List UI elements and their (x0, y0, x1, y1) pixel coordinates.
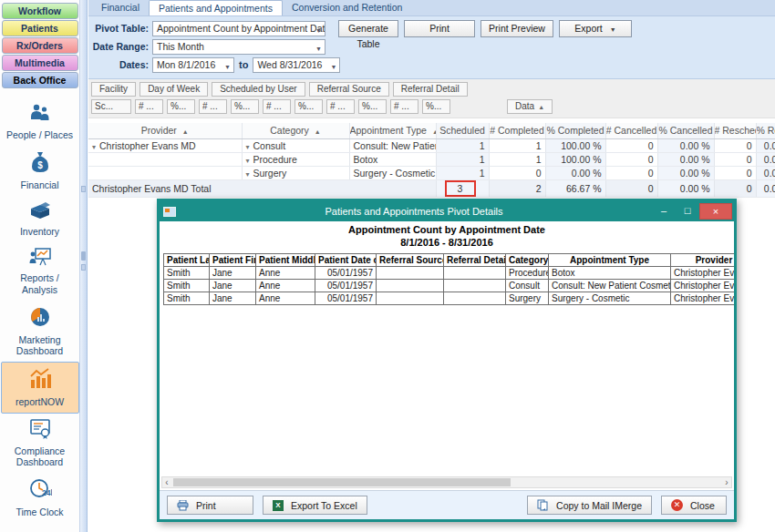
table-row[interactable]: ▾Surgery Surgery - Cosmetic 1 0 0.00 % 0… (88, 166, 775, 179)
sidebar-item-rx-orders[interactable]: Rx/Orders (2, 37, 78, 54)
sidebar-item-financial[interactable]: $ Financial (1, 146, 79, 196)
field-chip[interactable]: %... (231, 99, 259, 114)
pivot-table-select[interactable]: Appointment Count by Appointment Date ▼ (152, 21, 326, 36)
field-chip[interactable]: %... (294, 99, 323, 114)
field-chip[interactable]: Sc... (91, 99, 131, 114)
value-cell: 0.00 % (657, 166, 714, 179)
column-header-appointment-type[interactable]: Appointment Type▲ (349, 123, 436, 138)
sidebar-item-label: reportNOW (16, 396, 64, 407)
table-row[interactable]: Smith Jane Anne 05/01/1957 Surgery Surge… (164, 292, 735, 305)
filter-chip-day-of-week[interactable]: Day of Week (140, 82, 208, 97)
sidebar-item-back-office[interactable]: Back Office (2, 72, 78, 88)
sidebar-item-marketing-dashboard[interactable]: Marketing Dashboard (1, 301, 79, 362)
tab-financial[interactable]: Financial (92, 0, 149, 15)
cell: Smith (164, 292, 210, 305)
collapse-icon[interactable]: ▾ (246, 170, 250, 179)
tab-conversion-and-retention[interactable]: Conversion and Retention (283, 0, 411, 15)
column-header-provider[interactable]: Provider▲ (88, 123, 242, 138)
date-from-value: Mon 8/1/2016 (157, 59, 215, 70)
scrollbar-thumb[interactable] (81, 251, 86, 261)
column-header-num-completed[interactable]: # Completed (489, 123, 545, 138)
value-cell: 0 (605, 152, 657, 166)
column-header-pct-resched[interactable]: % Resched (756, 123, 775, 138)
value-cell: 0.00 % (657, 138, 714, 152)
sidebar-item-multimedia[interactable]: Multimedia (2, 55, 78, 71)
field-chip[interactable]: # ... (135, 99, 163, 114)
dialog-titlebar[interactable]: Patients and Appointments Pivot Details … (160, 201, 734, 221)
export-to-excel-button[interactable]: X Export To Excel (263, 496, 367, 515)
filter-chip-referral-source[interactable]: Referral Source (309, 82, 389, 97)
scroll-right-icon[interactable]: › (722, 477, 731, 487)
close-window-button[interactable]: × (699, 203, 732, 220)
generate-table-button[interactable]: Generate Table (338, 20, 398, 37)
print-button[interactable]: Print (167, 496, 253, 515)
field-chip[interactable]: %... (422, 99, 450, 114)
field-chip[interactable]: # ... (263, 99, 291, 114)
horizontal-scrollbar[interactable]: ‹ › (161, 476, 732, 488)
print-button-label: Print (196, 500, 216, 511)
print-button[interactable]: Print (404, 20, 475, 37)
field-chip[interactable]: # ... (390, 99, 418, 114)
sidebar-item-workflow[interactable]: Workflow (2, 3, 78, 19)
close-button[interactable]: ✕ Close (661, 496, 727, 515)
pivot-field-panel: Facility Day of Week Scheduled by User R… (88, 79, 775, 118)
field-chip[interactable]: # ... (199, 99, 227, 114)
table-row[interactable]: Smith Jane Anne 05/01/1957 Procedure Bot… (164, 267, 735, 280)
table-row[interactable]: Smith Jane Anne 05/01/1957 Consult Consu… (164, 280, 735, 292)
column-header-num-cancelled[interactable]: # Cancelled (605, 123, 657, 138)
date-range-select[interactable]: This Month ▼ (152, 39, 326, 55)
collapse-icon[interactable]: ▾ (92, 143, 96, 151)
column-header-num-resched[interactable]: # Resched (714, 123, 756, 138)
sidebar-scrollbar[interactable] (80, 0, 88, 532)
field-chip[interactable]: # ... (326, 99, 355, 114)
collapse-icon[interactable]: ▾ (246, 143, 250, 151)
value-cell: 0.00 % (756, 138, 775, 152)
chevron-down-icon: ▼ (315, 42, 322, 55)
filter-chip-referral-detail[interactable]: Referral Detail (393, 82, 468, 97)
table-row[interactable]: ▾Christopher Evans MD ▾Consult Consult: … (88, 138, 775, 152)
column-header-pct-completed[interactable]: % Completed (545, 123, 605, 138)
export-button[interactable]: Export▼ (559, 20, 632, 37)
scroll-up-button[interactable] (81, 186, 86, 192)
sidebar-item-compliance-dashboard[interactable]: Compliance Dashboard (1, 414, 79, 473)
copy-to-mail-imerge-button[interactable]: Copy to Mail IMerge (527, 496, 652, 515)
chevron-down-icon: ▼ (315, 24, 322, 36)
filter-chip-scheduled-by-user[interactable]: Scheduled by User (212, 82, 305, 97)
sidebar-item-inventory[interactable]: Inventory (1, 196, 79, 242)
value-cell: 0 (605, 138, 657, 152)
sidebar-item-reports-analysis[interactable]: Reports / Analysis (1, 242, 79, 300)
app-window: Workflow Patients Rx/Orders Multimedia B… (0, 0, 775, 532)
column-header-category[interactable]: Category▲ (242, 123, 349, 138)
sidebar-item-reportnow[interactable]: reportNOW (1, 362, 79, 414)
detail-table: Patient Last Name Patient First Name Pat… (163, 253, 734, 306)
column-header-pct-cancelled[interactable]: % Cancelled (657, 123, 714, 138)
filter-chip-facility[interactable]: Facility (91, 82, 136, 97)
field-chip[interactable]: %... (167, 99, 195, 114)
sidebar-item-people-places[interactable]: People / Places (1, 99, 79, 146)
scroll-down-button[interactable] (81, 264, 86, 271)
table-row[interactable]: ▾Procedure Botox 1 1 100.00 % 0 0.00 % 0… (88, 152, 775, 166)
total-row[interactable]: Christopher Evans MD Total 3 2 66.67 % 0… (88, 179, 775, 197)
print-preview-button[interactable]: Print Preview (480, 20, 553, 37)
scrollbar-thumb[interactable] (173, 478, 511, 486)
sidebar-item-time-clock[interactable]: 24h Time Clock (1, 473, 79, 523)
collapse-icon[interactable]: ▾ (246, 157, 250, 165)
value-cell: 0.00 % (657, 152, 714, 166)
value-cell: 0.00 % (657, 179, 714, 197)
sort-ascending-icon: ▲ (315, 128, 321, 135)
scroll-left-icon[interactable]: ‹ (162, 477, 171, 487)
people-icon (28, 104, 52, 126)
column-header-scheduled[interactable]: Scheduled (436, 123, 489, 138)
date-to-select[interactable]: Wed 8/31/2016 ▼ (253, 57, 340, 73)
field-chip[interactable]: %... (358, 99, 387, 114)
value-cell: 0 (605, 166, 657, 179)
red-highlight-box: 3 (445, 180, 476, 197)
data-field-chip[interactable]: Data▲ (507, 99, 553, 114)
minimize-button[interactable]: – (652, 203, 676, 220)
date-range-label: Date Range: (88, 41, 152, 52)
detail-column-header: Category (506, 253, 549, 267)
tab-patients-and-appointments[interactable]: Patients and Appointments (149, 0, 283, 15)
date-from-select[interactable]: Mon 8/1/2016 ▼ (152, 57, 234, 73)
sidebar-item-patients[interactable]: Patients (2, 20, 78, 36)
maximize-button[interactable]: □ (676, 203, 699, 220)
